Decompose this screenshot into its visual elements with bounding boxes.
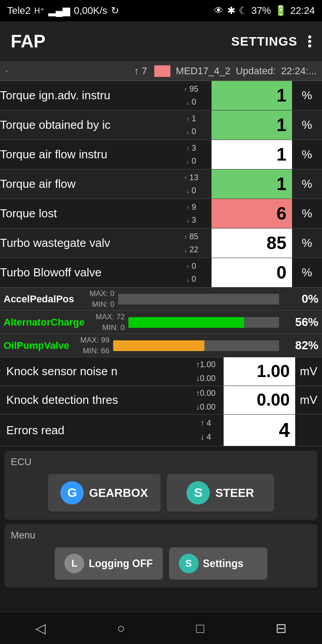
carrier-text: Tele2 — [7, 5, 31, 17]
menu-section: Menu L Logging OFF S Settings — [4, 524, 318, 588]
gauge-percent-2: 82% — [283, 339, 318, 352]
home-button[interactable]: ○ — [117, 621, 125, 636]
row-value-cell-0: 1 — [212, 81, 292, 110]
arrow-down-icon: ↓ — [186, 217, 189, 224]
row-unit-6: % — [292, 258, 322, 288]
gauge-minmax-2: MAX: 99 MIN: 66 — [69, 335, 110, 356]
status-left: Tele2 H⁺ ▂▄▆ 0,00K/s ↻ — [7, 5, 119, 17]
sensor-container: Knock sensor noise n ↑1.00 ↓0.00 1.00 mV… — [0, 357, 322, 415]
arrow-up-icon: ↑ — [186, 263, 189, 270]
eye-icon: 👁 — [214, 5, 224, 17]
sensor-minmax-0: ↑1.00 ↓0.00 — [188, 358, 224, 385]
row-minmax-1: ↑ 1 ↓ 0 — [171, 110, 212, 140]
menu-button-1[interactable]: S Settings — [169, 547, 267, 580]
arrow-up-icon: ↑ — [184, 86, 187, 93]
firmware-label: MED17_4_2 — [176, 65, 230, 77]
row-value-4: 6 — [212, 199, 292, 228]
data-table: Torque ign.adv. instru ↑ 95 ↓ 0 1 % Torq… — [0, 81, 322, 288]
menu-section-label: Menu — [11, 530, 311, 541]
gauge-bar-1 — [128, 317, 245, 328]
arrows-partial: ↑ 7 — [134, 65, 147, 77]
row-unit-2: % — [292, 140, 322, 169]
table-row: Torque lost ↑ 9 ↓ 3 6 % — [0, 199, 322, 229]
recent-apps-button[interactable]: □ — [196, 621, 204, 636]
menu-icon-1: S — [179, 554, 199, 573]
ecu-button-gearbox[interactable]: G GEARBOX — [48, 474, 160, 512]
status-bar: Tele2 H⁺ ▂▄▆ 0,00K/s ↻ 👁 ✱ ☾ 37% 🔋 22:24 — [0, 0, 322, 21]
ecu-icon-0: G — [60, 481, 84, 504]
gauge-row-0: AccelPedalPos MAX: 0 MIN: 0 0% — [0, 288, 322, 311]
back-button[interactable]: ◁ — [35, 620, 46, 636]
row-label-2: Torque air flow instru — [0, 140, 171, 169]
ecu-section-label: ECU — [11, 456, 311, 468]
settings-label[interactable]: SETTINGS — [231, 34, 297, 49]
dot1 — [308, 35, 311, 38]
gauge-minmax-1: MAX: 72 MIN: 0 — [85, 312, 125, 333]
row-value-1: 1 — [212, 110, 292, 140]
row-label-0: Torque ign.adv. instru — [0, 81, 171, 110]
row-unit-1: % — [292, 110, 322, 140]
gauge-label-2: OilPumpValve — [4, 340, 69, 352]
arrow-down-icon: ↓ — [186, 99, 189, 106]
menu-icon-0: L — [64, 554, 84, 573]
errors-unit — [295, 427, 322, 434]
row-value-3: 1 — [212, 169, 292, 199]
ecu-btn-text-1: STEER — [215, 486, 254, 500]
row-minmax-2: ↑ 3 ↓ 0 — [171, 140, 212, 169]
sensor-value-cell-0: 1.00 — [224, 357, 295, 386]
nav-menu-icon[interactable]: ⊟ — [275, 620, 287, 636]
arrow-up-icon: ↑ — [186, 204, 189, 211]
timestamp: 22:24:... — [281, 65, 317, 77]
updated-label: Updated: — [236, 65, 275, 77]
gauge-bar-container-0 — [118, 294, 279, 305]
table-row: Torque obtained by ic ↑ 1 ↓ 0 1 % — [0, 110, 322, 140]
row-unit-4: % — [292, 199, 322, 229]
errors-row: Errors read ↑ 4 ↓ 4 4 — [0, 415, 322, 446]
ecu-button-steer[interactable]: S STEER — [167, 474, 274, 512]
menu-btn-text-0: Logging OFF — [89, 558, 153, 570]
arrow-up-icon: ↑ — [186, 145, 189, 152]
gauge-container: AccelPedalPos MAX: 0 MIN: 0 0% Alternato… — [0, 288, 322, 357]
row-value-cell-6: 0 — [212, 258, 292, 288]
arrow-down-icon: ↓ — [184, 246, 187, 254]
errors-row-container: Errors read ↑ 4 ↓ 4 4 — [0, 415, 322, 446]
row-value-cell-3: 1 — [212, 169, 292, 199]
partial-label: · — [5, 65, 129, 77]
arrow-up-icon: ↑ — [186, 115, 189, 123]
app-bar: FAP SETTINGS — [0, 21, 322, 62]
signal-bars: ▂▄▆ — [48, 5, 71, 17]
row-value-5: 85 — [212, 229, 292, 258]
gauge-percent-1: 56% — [283, 315, 318, 329]
moon-icon: ☾ — [239, 5, 248, 17]
row-label-3: Torque air flow — [0, 169, 171, 199]
table-row: Turbo Blowoff valve ↑ 0 ↓ 0 0 % — [0, 258, 322, 288]
menu-button-0[interactable]: L Logging OFF — [55, 547, 162, 580]
errors-label: Errors read — [0, 417, 188, 444]
battery-icon: 🔋 — [275, 5, 287, 17]
arrow-up-icon: ↑ — [184, 233, 187, 241]
row-minmax-4: ↑ 9 ↓ 3 — [171, 199, 212, 229]
gauge-row-1: AlternatorCharge MAX: 72 MIN: 0 56% — [0, 311, 322, 334]
sensor-value-1: 0.00 — [224, 386, 295, 414]
gauge-bar-container-1 — [128, 317, 279, 328]
row-minmax-5: ↑ 85 ↓ 22 — [171, 229, 212, 258]
errors-value: 4 — [224, 415, 295, 446]
row-value-0: 1 — [212, 81, 292, 110]
status-right: 👁 ✱ ☾ 37% 🔋 22:24 — [214, 5, 315, 17]
sensor-row-0: Knock sensor noise n ↑1.00 ↓0.00 1.00 mV — [0, 357, 322, 386]
row-value-cell-5: 85 — [212, 229, 292, 258]
dot3 — [308, 44, 311, 47]
overflow-menu-button[interactable] — [308, 34, 311, 49]
arrow-down-icon: ↓ — [186, 276, 189, 283]
menu-btn-text-1: Settings — [203, 558, 244, 570]
table-row: Turbo wastegate valv ↑ 85 ↓ 22 85 % — [0, 229, 322, 258]
sensor-minmax-1: ↑0.00 ↓0.00 — [188, 386, 224, 414]
row-minmax-0: ↑ 95 ↓ 0 — [171, 81, 212, 110]
row-unit-3: % — [292, 169, 322, 199]
sensor-value-cell-1: 0.00 — [224, 386, 295, 414]
row-minmax-3: ↑ 13 ↓ 0 — [171, 169, 212, 199]
arrow-down-icon: ↓ — [186, 158, 189, 165]
table-row: Torque air flow instru ↑ 3 ↓ 0 1 % — [0, 140, 322, 169]
gauge-bar-container-2 — [113, 340, 279, 351]
errors-minmax: ↑ 4 ↓ 4 — [188, 416, 224, 444]
